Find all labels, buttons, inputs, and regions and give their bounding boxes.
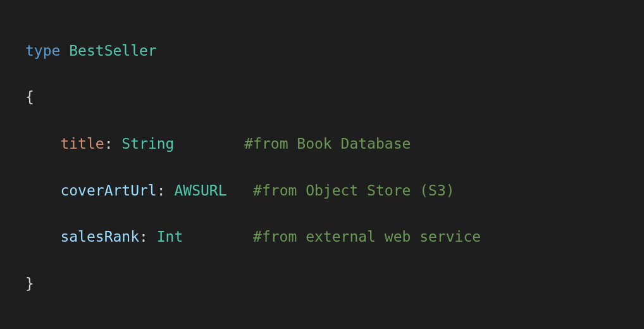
field-type: Int: [157, 228, 183, 245]
code-line: {: [25, 85, 619, 109]
code-line: title: String #from Book Database: [25, 132, 619, 156]
padding: [183, 228, 244, 245]
blank-line: [25, 318, 619, 329]
padding: [227, 182, 245, 199]
code-line: salesRank: Int #from external web servic…: [25, 225, 619, 249]
comment: #from Book Database: [244, 135, 411, 152]
open-brace: {: [25, 89, 34, 105]
type-name: BestSeller: [69, 42, 156, 59]
colon: :: [139, 228, 148, 245]
padding: [174, 135, 235, 152]
colon: :: [157, 182, 166, 199]
code-line: }: [25, 272, 619, 295]
keyword-type: type: [25, 42, 60, 59]
comment: #from Object Store (S3): [253, 182, 455, 199]
field-type: AWSURL: [174, 182, 226, 199]
code-line: type BestSeller: [25, 39, 619, 63]
field-type: String: [121, 135, 174, 152]
comment: #from external web service: [253, 228, 481, 245]
field-name: title: [60, 135, 104, 152]
code-block: type BestSeller { title: String #from Bo…: [25, 16, 619, 329]
close-brace: }: [25, 275, 34, 292]
field-name: salesRank: [60, 228, 139, 245]
field-name: coverArtUrl: [60, 182, 156, 199]
colon: :: [104, 135, 113, 152]
code-line: coverArtUrl: AWSURL #from Object Store (…: [25, 179, 619, 202]
